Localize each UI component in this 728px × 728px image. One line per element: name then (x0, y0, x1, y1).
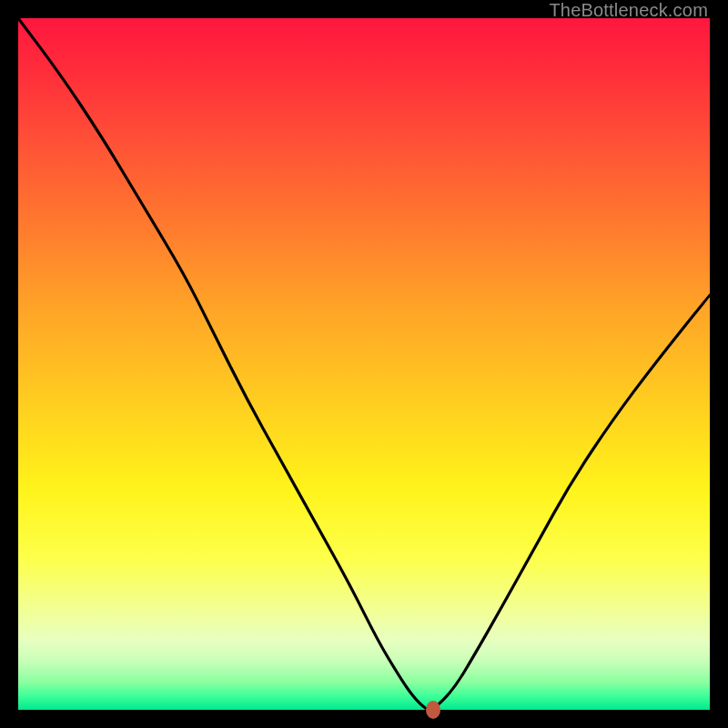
optimal-point-marker (426, 701, 440, 719)
bottleneck-curve (18, 18, 710, 710)
plot-area (18, 18, 710, 710)
chart-frame: TheBottleneck.com (0, 0, 728, 728)
